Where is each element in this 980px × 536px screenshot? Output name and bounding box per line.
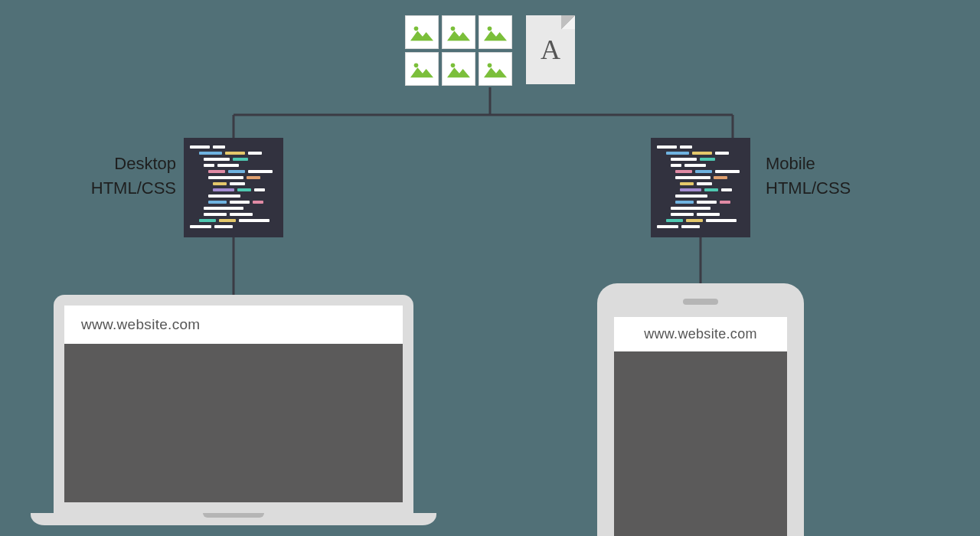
label-line: HTML/CSS [766, 176, 880, 201]
label-line: Mobile [766, 152, 880, 176]
mobile-label: Mobile HTML/CSS [766, 152, 880, 201]
laptop-notch [203, 513, 264, 518]
label-line: HTML/CSS [69, 176, 176, 201]
desktop-content [64, 344, 403, 502]
mobile-browser: www.website.com [614, 317, 787, 536]
desktop-url: www.website.com [64, 306, 403, 344]
laptop-base [31, 513, 436, 525]
laptop-icon: www.website.com [54, 295, 413, 513]
mobile-url: www.website.com [614, 317, 787, 351]
label-line: Desktop [69, 152, 176, 176]
laptop-screen: www.website.com [54, 295, 413, 513]
mobile-code-block [651, 138, 750, 237]
phone-speaker [683, 299, 718, 305]
desktop-label: Desktop HTML/CSS [69, 152, 176, 201]
mobile-content [614, 351, 787, 536]
desktop-browser: www.website.com [64, 306, 403, 502]
desktop-code-block [184, 138, 283, 237]
phone-icon: www.website.com [597, 283, 804, 536]
